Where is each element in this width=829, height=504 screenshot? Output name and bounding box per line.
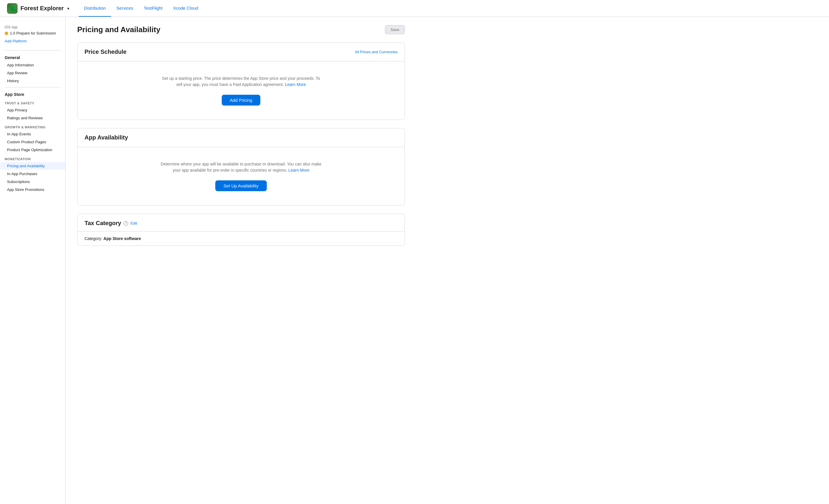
- tax-category-title: Tax Category: [84, 220, 121, 227]
- top-nav: 🌲 Forest Explorer ▾ Distribution Service…: [0, 0, 829, 17]
- divider-2: [5, 87, 61, 87]
- sidebar-item-pricing-availability[interactable]: Pricing and Availability: [0, 162, 65, 170]
- sidebar: iOS App 1.0 Prepare for Submission Add P…: [0, 17, 66, 504]
- app-availability-header: App Availability: [77, 128, 404, 147]
- sidebar-monetization-label: MONETIZATION: [0, 154, 65, 162]
- tax-category-label: Category:: [84, 236, 102, 241]
- sidebar-item-app-privacy[interactable]: App Privacy: [0, 106, 65, 114]
- sidebar-item-in-app-events[interactable]: In-App Events: [0, 130, 65, 138]
- price-schedule-header: Price Schedule All Prices and Currencies: [77, 43, 404, 62]
- sidebar-item-product-page-optimization[interactable]: Product Page Optimization: [0, 146, 65, 154]
- price-schedule-title: Price Schedule: [84, 48, 127, 55]
- main-layout: iOS App 1.0 Prepare for Submission Add P…: [0, 17, 829, 504]
- tax-help-icon[interactable]: ?: [123, 221, 128, 226]
- price-schedule-description: Set up a starting price. The price deter…: [159, 75, 323, 88]
- add-pricing-button[interactable]: Add Pricing: [222, 95, 261, 106]
- page-title: Pricing and Availability: [77, 25, 160, 34]
- nav-tabs: Distribution Services TestFlight Xcode C…: [79, 0, 204, 17]
- tax-edit-link[interactable]: Edit: [131, 221, 137, 225]
- sidebar-version: 1.0 Prepare for Submission: [0, 30, 65, 38]
- app-availability-card: App Availability Determine where your ap…: [77, 128, 405, 205]
- tax-category-card: Tax Category ? Edit Category: App Store …: [77, 214, 405, 246]
- all-prices-currencies-link[interactable]: All Prices and Currencies: [355, 50, 398, 54]
- tax-category-header: Tax Category ? Edit: [77, 214, 404, 232]
- app-availability-title: App Availability: [84, 134, 128, 141]
- tax-category-body: Category: App Store software: [77, 232, 404, 245]
- sidebar-item-app-store-promotions[interactable]: App Store Promotions: [0, 186, 65, 194]
- sidebar-item-subscriptions[interactable]: Subscriptions: [0, 178, 65, 186]
- app-brand[interactable]: 🌲 Forest Explorer ▾: [7, 3, 69, 14]
- app-availability-description: Determine where your app will be availab…: [159, 161, 323, 173]
- sidebar-item-in-app-purchases[interactable]: In-App Purchases: [0, 170, 65, 178]
- app-icon: 🌲: [7, 3, 17, 14]
- sidebar-app-store-title: App Store: [0, 90, 65, 98]
- tab-services[interactable]: Services: [111, 0, 139, 17]
- save-button[interactable]: Save: [385, 25, 405, 34]
- price-schedule-body: Set up a starting price. The price deter…: [77, 62, 404, 120]
- price-schedule-card: Price Schedule All Prices and Currencies…: [77, 42, 405, 120]
- add-platform-link[interactable]: Add Platform: [0, 38, 65, 48]
- sidebar-item-history[interactable]: History: [0, 77, 65, 85]
- status-dot: [5, 32, 8, 35]
- app-name: Forest Explorer: [21, 5, 64, 12]
- sidebar-growth-marketing-label: GROWTH & MARKETING: [0, 122, 65, 130]
- tax-category-value: App Store software: [104, 236, 141, 241]
- sidebar-item-custom-product-pages[interactable]: Custom Product Pages: [0, 138, 65, 146]
- sidebar-item-app-information[interactable]: App Information: [0, 61, 65, 69]
- tax-category-row: Category: App Store software: [84, 236, 398, 241]
- sidebar-item-ratings-reviews[interactable]: Ratings and Reviews: [0, 114, 65, 122]
- sidebar-trust-safety-label: TRUST & SAFETY: [0, 98, 65, 106]
- tab-distribution[interactable]: Distribution: [79, 0, 111, 17]
- tab-xcode-cloud[interactable]: Xcode Cloud: [168, 0, 204, 17]
- app-availability-body: Determine where your app will be availab…: [77, 147, 404, 205]
- ios-app-label: iOS App: [0, 23, 65, 30]
- chevron-down-icon: ▾: [67, 6, 69, 11]
- sidebar-general-title: General: [0, 53, 65, 61]
- price-schedule-learn-more[interactable]: Learn More: [285, 82, 306, 87]
- set-up-availability-button[interactable]: Set Up Availability: [215, 180, 267, 191]
- main-content: Pricing and Availability Save Price Sche…: [66, 17, 417, 504]
- page-header: Pricing and Availability Save: [77, 25, 405, 34]
- tab-testflight[interactable]: TestFlight: [138, 0, 168, 17]
- app-availability-learn-more[interactable]: Learn More: [288, 168, 310, 172]
- sidebar-item-app-review[interactable]: App Review: [0, 69, 65, 77]
- version-label: 1.0 Prepare for Submission: [10, 31, 56, 35]
